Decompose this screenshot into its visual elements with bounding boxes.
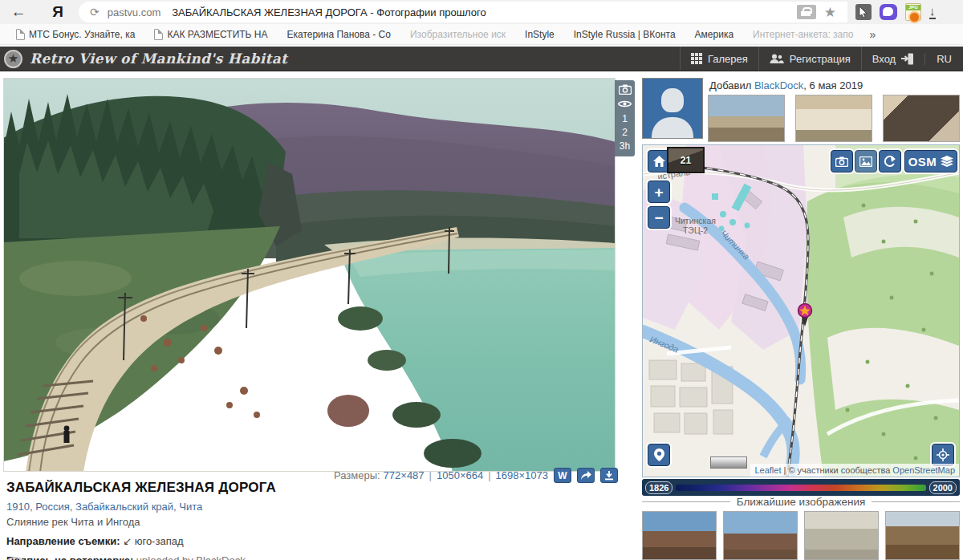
- photo-info: ЗАБАЙКАЛЬСКАЯ ЖЕЛЕЗНАЯ ДОРОГА 1910, Росс…: [6, 480, 600, 560]
- watermark-row: Подпись на вотермарке: uploaded by Black…: [6, 554, 600, 560]
- year-max-handle[interactable]: 2000: [929, 481, 957, 494]
- map-share-button[interactable]: [879, 150, 901, 172]
- header-nav: Галерея Регистрация Вход RU: [680, 47, 963, 71]
- leaflet-link[interactable]: Leaflet: [754, 465, 781, 475]
- bookmark-star-icon[interactable]: ★: [824, 4, 836, 21]
- bookmark-item[interactable]: МТС Бонус. Узнайте, ка: [6, 29, 144, 40]
- nav-register[interactable]: Регистрация: [758, 47, 861, 71]
- uploader-thumb[interactable]: [708, 95, 785, 142]
- camera-icon: [619, 84, 632, 97]
- bookmark-item[interactable]: Екатерина Панова - Со: [277, 29, 400, 40]
- nearby-thumb[interactable]: [804, 511, 879, 560]
- nearby-images-heading: Ближайшие изображения: [642, 496, 960, 508]
- map-photo-mode-button[interactable]: [831, 150, 853, 172]
- nav-gallery[interactable]: Галерея: [680, 47, 758, 71]
- address-bar-title: ЗАБАЙКАЛЬСКАЯ ЖЕЛЕЗНАЯ ДОРОГА - Фотограф…: [172, 6, 797, 18]
- stat-views-2: 2: [622, 127, 628, 138]
- zoom-in-button[interactable]: +: [648, 181, 670, 203]
- uploader-avatar[interactable]: [642, 78, 703, 139]
- cursor-extension-icon[interactable]: [855, 4, 872, 20]
- uploader-thumb[interactable]: [883, 95, 960, 142]
- bookmark-item[interactable]: InStyle: [515, 29, 564, 40]
- uploader-link[interactable]: BlackDock: [754, 79, 803, 91]
- map-scale-widget: [710, 457, 747, 469]
- url-host[interactable]: pastvu.com: [108, 6, 160, 18]
- bookmarks-bar: МТС Бонус. Узнайте, ка КАК РАЗМЕСТИТЬ НА…: [0, 24, 963, 45]
- year-link[interactable]: 1910: [6, 501, 30, 513]
- country-link[interactable]: Россия: [35, 501, 70, 513]
- zoom-out-button[interactable]: −: [648, 206, 670, 229]
- bookmark-item[interactable]: Изобразительное иск: [400, 29, 515, 40]
- stat-views-3: 3h: [620, 140, 630, 152]
- grid-icon: [691, 53, 702, 64]
- users-icon: [770, 54, 784, 64]
- bookmark-item[interactable]: Америка: [685, 29, 744, 40]
- reload-icon[interactable]: ⟳: [90, 6, 100, 18]
- yandex-browser-icon[interactable]: Я: [37, 3, 79, 21]
- bookmark-item[interactable]: Интернет-анкета: запо: [743, 29, 863, 40]
- stat-views-1: 1: [622, 113, 628, 124]
- map-locate-button[interactable]: [932, 444, 954, 466]
- downloads-icon[interactable]: ↓: [929, 6, 936, 19]
- site-logo-text[interactable]: Retro View of Mankind's Habitat: [30, 51, 287, 67]
- pastvu-logo-icon[interactable]: ★: [4, 50, 22, 68]
- year-gradient-track[interactable]: [676, 485, 925, 491]
- page-icon: [154, 29, 163, 40]
- direction-row: Направление съемки: ↙ юго-запад: [6, 535, 600, 547]
- login-door-icon: [901, 53, 914, 65]
- direction-arrow-icon: ↙: [123, 535, 132, 547]
- leaflet-map[interactable]: истраль Читинка Ингода Читинская ТЭЦ-2 2…: [642, 144, 960, 477]
- eye-icon: [618, 99, 632, 111]
- map-nearby-pin-button[interactable]: [648, 444, 670, 466]
- nearby-thumbnails: [642, 511, 960, 560]
- photo-subtitle: Слияние рек Чита и Ингода: [6, 516, 600, 528]
- person-figure: [64, 426, 70, 443]
- nearby-thumb[interactable]: [885, 511, 960, 560]
- uploader-thumbnails: [708, 95, 960, 142]
- main-photo[interactable]: [3, 78, 616, 472]
- map-painting-mode-button[interactable]: [855, 150, 877, 172]
- nearby-thumb[interactable]: [642, 511, 717, 560]
- year-range-slider[interactable]: 1826 2000: [642, 479, 960, 496]
- browser-toolbar: ← Я ⟳ pastvu.com ЗАБАЙКАЛЬСКАЯ ЖЕЛЕЗНАЯ …: [0, 0, 963, 24]
- address-bar[interactable]: ⟳ pastvu.com ЗАБАЙКАЛЬСКАЯ ЖЕЛЕЗНАЯ ДОРО…: [79, 2, 847, 22]
- added-by-line: Добавил BlackDock, 6 мая 2019: [709, 79, 863, 91]
- photo-stats-strip: 1 2 3h: [615, 80, 635, 156]
- page-icon: [16, 29, 25, 40]
- purple-extension-icon[interactable]: [880, 4, 897, 20]
- lock-icon[interactable]: [797, 5, 816, 19]
- uploader-thumb[interactable]: [795, 95, 872, 142]
- osm-link[interactable]: OpenStreetMap: [892, 465, 955, 475]
- photo-meta-links: 1910, Россия, Забайкальский край, Чита: [6, 501, 600, 513]
- nearby-thumb[interactable]: [723, 511, 798, 560]
- nav-login[interactable]: Вход: [861, 47, 924, 71]
- city-link[interactable]: Чита: [179, 501, 202, 513]
- bookmark-item[interactable]: КАК РАЗМЕСТИТЬ НА: [144, 29, 277, 40]
- site-header: ★ Retro View of Mankind's Habitat Галере…: [0, 47, 963, 71]
- bookmarks-overflow-chevron[interactable]: »: [863, 28, 882, 41]
- bookmark-item[interactable]: InStyle Russia | ВКонта: [564, 29, 685, 40]
- photo-title: ЗАБАЙКАЛЬСКАЯ ЖЕЛЕЗНАЯ ДОРОГА: [6, 480, 600, 496]
- extensions-tray: JPG ↓: [847, 3, 944, 21]
- plant-label: Читинская ТЭЦ-2: [675, 216, 716, 235]
- jpg-saver-extension-icon[interactable]: JPG: [905, 3, 921, 21]
- back-button[interactable]: ←: [0, 3, 37, 21]
- download-button[interactable]: [600, 468, 618, 483]
- year-min-handle[interactable]: 1826: [645, 481, 672, 494]
- map-layers-button[interactable]: OSM: [904, 150, 957, 172]
- language-switch[interactable]: RU: [924, 53, 963, 65]
- pastvu-photo-page: ← Я ⟳ pastvu.com ЗАБАЙКАЛЬСКАЯ ЖЕЛЕЗНАЯ …: [0, 0, 963, 560]
- region-link[interactable]: Забайкальский край: [75, 501, 173, 513]
- map-attribution: Leaflet | © участники сообщества OpenStr…: [750, 464, 959, 477]
- photo-cluster-21[interactable]: 21: [667, 147, 705, 173]
